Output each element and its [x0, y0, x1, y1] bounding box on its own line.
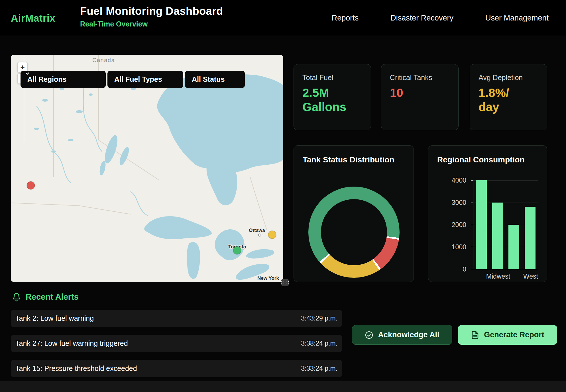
- consumption-bar: [492, 203, 503, 269]
- bar-chart-y-labels: 40003000200010000: [442, 180, 470, 269]
- fuel-type-filter-value: All Fuel Types: [114, 75, 162, 83]
- stat-label: Total Fuel: [302, 74, 362, 82]
- status-filter-value: All Status: [192, 75, 225, 83]
- label-canada: Canada: [92, 57, 115, 63]
- bar-chart-x-labels: MidwestWest: [473, 273, 538, 280]
- y-tick-label: 1000: [438, 243, 466, 251]
- alert-timestamp: 3:43:29 p.m.: [301, 315, 337, 322]
- gridline: [473, 269, 538, 269]
- alert-row[interactable]: Tank 15: Pressure threshold exceeded 3:3…: [11, 360, 342, 377]
- header: AirMatrix Fuel Monitoring Dashboard Real…: [0, 0, 566, 36]
- map-filter-bar: All Regions All Fuel Types All Status: [21, 71, 245, 88]
- nav-user-management[interactable]: User Management: [485, 14, 549, 23]
- brand-logo[interactable]: AirMatrix: [11, 13, 55, 24]
- page-subtitle: Real-Time Overview: [80, 20, 223, 28]
- stat-label: Critical Tanks: [390, 74, 450, 82]
- nav-disaster-recovery[interactable]: Disaster Recovery: [390, 14, 453, 23]
- x-tick-label: [473, 273, 486, 280]
- title-block: Fuel Monitoring Dashboard Real-Time Over…: [80, 5, 223, 28]
- generate-report-label: Generate Report: [484, 330, 544, 339]
- stat-value: 2.5M Gallons: [302, 86, 362, 115]
- donut-hole: [321, 199, 387, 265]
- y-tick-label: 0: [438, 266, 466, 273]
- axis-tick: [471, 225, 473, 225]
- y-tick-label: 4000: [438, 177, 466, 184]
- label-ottawa: Ottawa: [249, 228, 265, 233]
- regional-consumption-title: Regional Consumption: [437, 155, 524, 164]
- axis-tick: [471, 269, 473, 269]
- consumption-bar: [508, 225, 519, 269]
- acknowledge-all-label: Acknowledge All: [378, 330, 439, 339]
- stat-card-critical-tanks: Critical Tanks 10: [381, 64, 459, 130]
- region-filter-dropdown[interactable]: All Regions: [21, 71, 106, 88]
- tank-marker-warning[interactable]: [268, 231, 276, 239]
- recent-alerts-title: Recent Alerts: [26, 292, 79, 302]
- page-title: Fuel Monitoring Dashboard: [80, 5, 223, 17]
- y-tick-label: 2000: [438, 221, 466, 229]
- alert-row[interactable]: Tank 2: Low fuel warning 3:43:29 p.m.: [11, 310, 342, 327]
- status-filter-dropdown[interactable]: All Status: [185, 71, 245, 88]
- tank-marker-normal[interactable]: [233, 246, 241, 254]
- bar-chart-plot: [473, 180, 538, 269]
- x-tick-label: [510, 273, 523, 280]
- alert-message: Tank 27: Low fuel warning triggered: [15, 339, 128, 348]
- ottawa-capital-dot: [258, 234, 261, 236]
- map-canvas[interactable]: Canada Ottawa Toronto New York: [11, 55, 283, 282]
- tank-status-card: Tank Status Distribution: [294, 145, 414, 282]
- stat-label: Avg Depletion: [479, 74, 538, 82]
- chevron-down-icon: [25, 71, 30, 76]
- fuel-monitoring-dashboard: AirMatrix Fuel Monitoring Dashboard Real…: [0, 0, 566, 392]
- alert-message: Tank 15: Pressure threshold exceeded: [15, 364, 137, 373]
- alert-message: Tank 2: Low fuel warning: [15, 314, 94, 322]
- alert-row[interactable]: Tank 27: Low fuel warning triggered 3:38…: [11, 335, 342, 352]
- label-new-york: New York: [257, 275, 279, 281]
- document-icon: [471, 331, 479, 339]
- tank-status-donut: [308, 187, 400, 278]
- tank-status-title: Tank Status Distribution: [303, 155, 394, 164]
- x-tick-label: West: [523, 273, 538, 280]
- main-nav: Reports Disaster Recovery User Managemen…: [332, 0, 549, 36]
- fuel-type-filter-dropdown[interactable]: All Fuel Types: [107, 71, 183, 88]
- stat-value: 1.8%/ day: [479, 86, 538, 115]
- recent-alerts-heading: Recent Alerts: [12, 292, 79, 302]
- stat-card-avg-depletion: Avg Depletion 1.8%/ day: [470, 64, 547, 130]
- stat-card-total-fuel: Total Fuel 2.5M Gallons: [294, 64, 371, 130]
- axis-tick: [471, 180, 473, 181]
- acknowledge-all-button[interactable]: Acknowledge All: [352, 325, 452, 345]
- consumption-bar: [476, 180, 487, 269]
- generate-report-button[interactable]: Generate Report: [458, 325, 557, 345]
- stat-value: 10: [390, 86, 450, 100]
- consumption-bar: [525, 207, 536, 269]
- nav-reports[interactable]: Reports: [332, 14, 359, 23]
- y-tick-label: 3000: [438, 199, 466, 207]
- region-filter-value: All Regions: [27, 75, 67, 83]
- alert-timestamp: 3:33:24 p.m.: [301, 365, 337, 372]
- regional-consumption-card: Regional Consumption 40003000200010000 M…: [428, 145, 547, 282]
- map-resize-handle[interactable]: [281, 279, 289, 286]
- alert-timestamp: 3:38:24 p.m.: [301, 340, 337, 347]
- tank-marker-critical[interactable]: [27, 181, 35, 189]
- axis-tick: [471, 203, 473, 203]
- map-panel[interactable]: Canada Ottawa Toronto New York + − All R…: [11, 55, 283, 282]
- bell-icon: [12, 293, 21, 302]
- x-tick-label: Midwest: [486, 273, 510, 280]
- axis-tick: [471, 247, 473, 247]
- bottom-panel-edge: [0, 381, 566, 392]
- check-circle-icon: [365, 331, 373, 339]
